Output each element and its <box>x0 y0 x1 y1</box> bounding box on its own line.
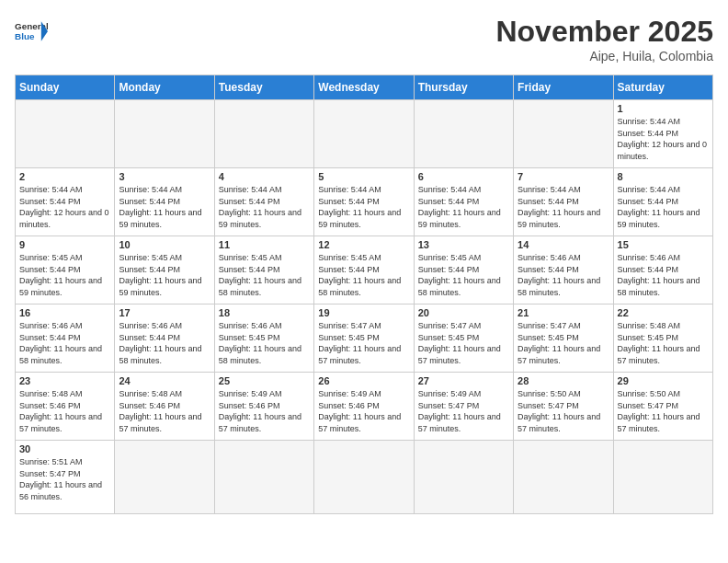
calendar-row: 16Sunrise: 5:46 AMSunset: 5:44 PMDayligh… <box>16 304 713 373</box>
calendar-cell: 1Sunrise: 5:44 AMSunset: 5:44 PMDaylight… <box>613 100 712 168</box>
calendar-cell: 16Sunrise: 5:46 AMSunset: 5:44 PMDayligh… <box>16 304 115 373</box>
day-info: Sunrise: 5:44 AMSunset: 5:44 PMDaylight:… <box>318 184 409 230</box>
day-number: 23 <box>19 375 110 386</box>
calendar-cell: 6Sunrise: 5:44 AMSunset: 5:44 PMDaylight… <box>414 168 513 236</box>
day-number: 9 <box>19 239 110 250</box>
day-info: Sunrise: 5:44 AMSunset: 5:44 PMDaylight:… <box>518 184 609 230</box>
calendar-cell: 20Sunrise: 5:47 AMSunset: 5:45 PMDayligh… <box>414 304 513 373</box>
day-info: Sunrise: 5:47 AMSunset: 5:45 PMDaylight:… <box>318 320 409 366</box>
day-info: Sunrise: 5:48 AMSunset: 5:46 PMDaylight:… <box>19 388 110 434</box>
day-number: 30 <box>19 443 110 454</box>
calendar-cell: 30Sunrise: 5:51 AMSunset: 5:47 PMDayligh… <box>16 441 115 514</box>
calendar-cell: 12Sunrise: 5:45 AMSunset: 5:44 PMDayligh… <box>314 236 414 304</box>
day-number: 12 <box>318 239 409 250</box>
title-block: November 2025 Aipe, Huila, Colombia <box>495 15 713 63</box>
day-number: 3 <box>119 171 210 182</box>
weekday-header-row: SundayMondayTuesdayWednesdayThursdayFrid… <box>16 75 713 100</box>
calendar-cell <box>314 100 414 168</box>
location: Aipe, Huila, Colombia <box>495 49 713 63</box>
day-info: Sunrise: 5:46 AMSunset: 5:44 PMDaylight:… <box>119 320 210 366</box>
calendar-row: 30Sunrise: 5:51 AMSunset: 5:47 PMDayligh… <box>16 441 713 514</box>
day-info: Sunrise: 5:48 AMSunset: 5:45 PMDaylight:… <box>618 320 709 366</box>
calendar-cell: 22Sunrise: 5:48 AMSunset: 5:45 PMDayligh… <box>613 304 712 373</box>
calendar-cell: 14Sunrise: 5:46 AMSunset: 5:44 PMDayligh… <box>514 236 613 304</box>
weekday-wednesday: Wednesday <box>314 75 414 100</box>
day-info: Sunrise: 5:48 AMSunset: 5:46 PMDaylight:… <box>119 388 210 434</box>
weekday-monday: Monday <box>115 75 214 100</box>
calendar-cell: 2Sunrise: 5:44 AMSunset: 5:44 PMDaylight… <box>16 168 115 236</box>
calendar-cell: 23Sunrise: 5:48 AMSunset: 5:46 PMDayligh… <box>16 373 115 441</box>
weekday-tuesday: Tuesday <box>214 75 313 100</box>
calendar-cell: 28Sunrise: 5:50 AMSunset: 5:47 PMDayligh… <box>514 373 613 441</box>
calendar-cell: 26Sunrise: 5:49 AMSunset: 5:46 PMDayligh… <box>314 373 414 441</box>
day-info: Sunrise: 5:47 AMSunset: 5:45 PMDaylight:… <box>518 320 609 366</box>
logo: General Blue <box>15 15 48 48</box>
day-number: 16 <box>19 307 110 318</box>
calendar-cell: 17Sunrise: 5:46 AMSunset: 5:44 PMDayligh… <box>115 304 214 373</box>
calendar-cell: 18Sunrise: 5:46 AMSunset: 5:45 PMDayligh… <box>214 304 313 373</box>
day-info: Sunrise: 5:44 AMSunset: 5:44 PMDaylight:… <box>618 116 709 162</box>
day-info: Sunrise: 5:46 AMSunset: 5:44 PMDaylight:… <box>518 252 609 298</box>
calendar-cell: 5Sunrise: 5:44 AMSunset: 5:44 PMDaylight… <box>314 168 414 236</box>
calendar-cell: 3Sunrise: 5:44 AMSunset: 5:44 PMDaylight… <box>115 168 214 236</box>
calendar-cell: 4Sunrise: 5:44 AMSunset: 5:44 PMDaylight… <box>214 168 313 236</box>
calendar-cell: 15Sunrise: 5:46 AMSunset: 5:44 PMDayligh… <box>613 236 712 304</box>
day-info: Sunrise: 5:45 AMSunset: 5:44 PMDaylight:… <box>19 252 110 298</box>
day-info: Sunrise: 5:46 AMSunset: 5:45 PMDaylight:… <box>219 320 310 366</box>
day-number: 14 <box>518 239 609 250</box>
day-info: Sunrise: 5:49 AMSunset: 5:46 PMDaylight:… <box>318 388 409 434</box>
day-number: 2 <box>19 171 110 182</box>
day-number: 7 <box>518 171 609 182</box>
page-header: General Blue November 2025 Aipe, Huila, … <box>15 15 713 63</box>
day-info: Sunrise: 5:46 AMSunset: 5:44 PMDaylight:… <box>19 320 110 366</box>
weekday-thursday: Thursday <box>414 75 513 100</box>
day-info: Sunrise: 5:44 AMSunset: 5:44 PMDaylight:… <box>418 184 509 230</box>
calendar-cell <box>16 100 115 168</box>
day-number: 5 <box>318 171 409 182</box>
day-number: 26 <box>318 375 409 386</box>
calendar-cell <box>414 100 513 168</box>
calendar-cell <box>115 100 214 168</box>
calendar-cell: 25Sunrise: 5:49 AMSunset: 5:46 PMDayligh… <box>214 373 313 441</box>
day-number: 25 <box>219 375 310 386</box>
day-info: Sunrise: 5:44 AMSunset: 5:44 PMDaylight:… <box>618 184 709 230</box>
day-number: 28 <box>518 375 609 386</box>
calendar-table: SundayMondayTuesdayWednesdayThursdayFrid… <box>15 75 713 514</box>
day-number: 8 <box>618 171 709 182</box>
calendar-cell: 8Sunrise: 5:44 AMSunset: 5:44 PMDaylight… <box>613 168 712 236</box>
day-number: 18 <box>219 307 310 318</box>
calendar-cell: 10Sunrise: 5:45 AMSunset: 5:44 PMDayligh… <box>115 236 214 304</box>
calendar-cell: 24Sunrise: 5:48 AMSunset: 5:46 PMDayligh… <box>115 373 214 441</box>
day-info: Sunrise: 5:45 AMSunset: 5:44 PMDaylight:… <box>418 252 509 298</box>
day-info: Sunrise: 5:45 AMSunset: 5:44 PMDaylight:… <box>318 252 409 298</box>
day-number: 22 <box>618 307 709 318</box>
calendar-row: 23Sunrise: 5:48 AMSunset: 5:46 PMDayligh… <box>16 373 713 441</box>
svg-text:Blue: Blue <box>15 31 35 41</box>
day-number: 19 <box>318 307 409 318</box>
day-number: 20 <box>418 307 509 318</box>
day-info: Sunrise: 5:47 AMSunset: 5:45 PMDaylight:… <box>418 320 509 366</box>
calendar-cell <box>414 441 513 514</box>
calendar-cell <box>613 441 712 514</box>
calendar-cell <box>314 441 414 514</box>
calendar-cell: 13Sunrise: 5:45 AMSunset: 5:44 PMDayligh… <box>414 236 513 304</box>
calendar-cell <box>514 441 613 514</box>
weekday-saturday: Saturday <box>613 75 712 100</box>
calendar-cell: 11Sunrise: 5:45 AMSunset: 5:44 PMDayligh… <box>214 236 313 304</box>
day-number: 4 <box>219 171 310 182</box>
day-number: 1 <box>618 103 709 114</box>
calendar-cell <box>214 441 313 514</box>
day-info: Sunrise: 5:44 AMSunset: 5:44 PMDaylight:… <box>219 184 310 230</box>
day-info: Sunrise: 5:49 AMSunset: 5:46 PMDaylight:… <box>219 388 310 434</box>
day-number: 17 <box>119 307 210 318</box>
calendar-row: 2Sunrise: 5:44 AMSunset: 5:44 PMDaylight… <box>16 168 713 236</box>
day-info: Sunrise: 5:44 AMSunset: 5:44 PMDaylight:… <box>19 184 110 230</box>
day-info: Sunrise: 5:50 AMSunset: 5:47 PMDaylight:… <box>518 388 609 434</box>
day-info: Sunrise: 5:49 AMSunset: 5:47 PMDaylight:… <box>418 388 509 434</box>
day-info: Sunrise: 5:44 AMSunset: 5:44 PMDaylight:… <box>119 184 210 230</box>
day-info: Sunrise: 5:45 AMSunset: 5:44 PMDaylight:… <box>219 252 310 298</box>
calendar-cell <box>115 441 214 514</box>
calendar-cell: 7Sunrise: 5:44 AMSunset: 5:44 PMDaylight… <box>514 168 613 236</box>
logo-icon: General Blue <box>15 15 48 48</box>
day-number: 11 <box>219 239 310 250</box>
